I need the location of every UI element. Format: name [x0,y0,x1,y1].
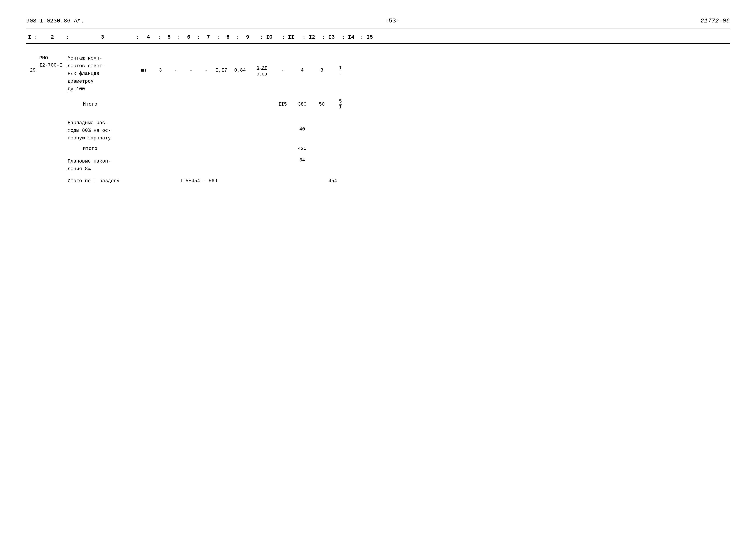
row-col13: 4 [292,55,312,73]
page: 903-I-0230.86 Ал. -53- 21772-06 I : 2 : … [0,0,756,545]
planovye-col13: 34 [292,158,312,163]
col-header-14: : I4 [338,34,358,40]
col-header-7: 7 [201,34,216,40]
row-description: Монтаж комп- лектов ответ- ных фланцев д… [65,55,135,93]
col-header-6: 6 [181,34,196,40]
col-header-2: 2 [39,34,65,40]
nakladnye-description: Накладные рас- ходы 80% на ос- новную за… [65,119,135,142]
planovye-description: Плановые накоп- ления 8% [65,158,135,173]
desc-line1: Монтаж комп- [68,55,135,62]
itogo-row-2: Итого 420 [26,144,730,153]
itogo2-col13: 420 [292,146,312,151]
desc-line4: диаметром [68,78,135,85]
itogo-row-1: Итого II5 380 50 5 I [26,95,730,114]
row-unit: шт [135,55,153,73]
doc-number-right: 21772-06 [701,17,730,24]
vfrac2-top: 5 [339,99,342,105]
col-header-15: : I5 [358,34,375,40]
row-col7: - [183,55,199,73]
col-header-12: : I2 [299,34,319,40]
fraction-0.21-0.03: 0,2I 0,03 [257,65,267,77]
row-code: РМОI2-700-I [39,55,65,69]
col-header-1: I : [26,34,39,40]
irazdel-col13: 454 [323,178,343,184]
row-number: 29 [26,55,39,73]
itogo-col14: 50 [312,102,332,107]
col-sep-2-3: : [65,34,70,40]
planovye-row: Плановые накоп- ления 8% 34 [26,153,730,175]
nakladnye-row: Накладные рас- ходы 80% на ос- новную за… [26,114,730,144]
col-sep-6-7: : [196,34,201,40]
itogo-col13: 380 [292,102,312,107]
vfrac-bot: - [339,71,342,77]
page-header: 903-I-0230.86 Ал. -53- 21772-06 [26,17,730,24]
desc-line2: лектов ответ- [68,62,135,70]
col-header-9: 9 [240,34,255,40]
col-sep-5-6: : [177,34,181,40]
itogo-col12: II5 [273,102,292,107]
row-col15: I - [332,55,349,77]
planovye-line2: ления 8% [68,165,135,173]
row-col6: - [168,55,183,73]
col-sep-3-4: : [135,34,140,40]
nakladnye-col13: 40 [292,119,312,132]
fraction-denominator: 0,03 [257,71,267,77]
fraction-numerator: 0,2I [257,65,267,71]
nakladnye-line2: ходы 80% на ос- [68,127,135,134]
itogo2-label: Итого [65,146,135,151]
data-row-29: 29 РМОI2-700-I Монтаж комп- лектов ответ… [26,50,730,95]
irazdel-formula: II5+454 = 569 [168,178,229,184]
col-sep-4-5: : [157,34,161,40]
desc-line5: Ду 100 [68,85,135,93]
irazdel-label: Итого по I разделу [65,178,135,184]
row-col9: I,I7 [214,55,229,73]
vfrac-top: I [339,65,342,71]
itogo-col15: 5 I [332,99,349,110]
page-number: -53- [385,17,399,24]
col-header-13: : I3 [319,34,338,40]
col-header-3: 3 [70,34,135,40]
row-col11-fraction: 0,2I 0,03 [251,55,273,77]
row-qty: 3 [153,55,168,73]
nakladnye-line1: Накладные рас- [68,119,135,127]
itogo-label-1: Итого [65,102,135,107]
col-header-5: 5 [161,34,177,40]
col-header-8: 8 [220,34,236,40]
header-divider [26,29,730,29]
col-header-10: : IO [255,34,277,40]
column-header-row: I : 2 : 3 : 4 : 5 : 6 : 7 : 8 : 9 : IO :… [26,31,730,44]
content-area: 29 РМОI2-700-I Монтаж комп- лектов ответ… [26,50,730,187]
row-col14: 3 [312,55,332,73]
planovye-line1: Плановые накоп- [68,158,135,165]
doc-number-left: 903-I-0230.86 Ал. [26,18,84,24]
vfrac2-bot: I [339,105,342,110]
col-header-11: : II [277,34,299,40]
desc-line3: ных фланцев [68,70,135,77]
row-col10: 0,84 [229,55,251,73]
row-col12: - [273,55,292,73]
itogo-razdel-row: Итого по I разделу II5+454 = 569 454 [26,175,730,187]
vfraction-1: I - [339,65,342,77]
col-header-4: 4 [140,34,157,40]
vfraction-2: 5 I [339,99,342,110]
col-sep-8-9: : [236,34,240,40]
row-col8: - [199,55,214,73]
col-sep-7-8: : [216,34,220,40]
nakladnye-line3: новную зарплату [68,134,135,142]
